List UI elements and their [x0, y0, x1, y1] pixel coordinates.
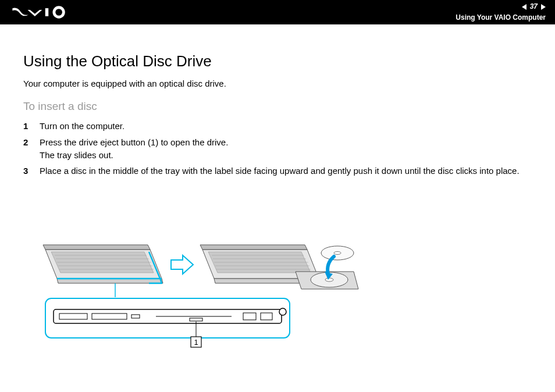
prev-page-arrow-icon[interactable] — [522, 4, 526, 10]
step-text: Place a disc in the middle of the tray w… — [40, 166, 520, 176]
header-right: 37 Using Your VAIO Computer — [456, 2, 546, 23]
svg-marker-20 — [200, 245, 307, 250]
section-label: Using Your VAIO Computer — [456, 13, 546, 23]
step-text-2: The tray slides out. — [40, 150, 113, 160]
arrow-right-icon — [171, 255, 193, 274]
page-number: 37 — [530, 2, 538, 12]
callout-label: 1 — [194, 338, 198, 347]
step-item: Turn on the computer. — [23, 120, 532, 133]
page-nav: 37 — [456, 2, 546, 12]
intro-text: Your computer is equipped with an optica… — [23, 79, 532, 88]
steps-list: Turn on the computer. Press the drive ej… — [23, 120, 532, 177]
step-item: Press the drive eject button (1) to open… — [23, 136, 532, 162]
page-title: Using the Optical Disc Drive — [23, 52, 532, 70]
page-content: Using the Optical Disc Drive Your comput… — [0, 24, 555, 348]
step-text: Turn on the computer. — [40, 121, 124, 131]
optical-drive-figure: 1 — [40, 191, 365, 348]
subhead: To insert a disc — [23, 100, 532, 113]
step-item: Place a disc in the middle of the tray w… — [23, 165, 532, 177]
svg-rect-0 — [45, 8, 49, 16]
page-header: 37 Using Your VAIO Computer — [0, 0, 555, 24]
svg-marker-12 — [171, 255, 193, 274]
svg-point-30 — [279, 308, 286, 315]
svg-marker-9 — [43, 245, 150, 250]
svg-point-24 — [325, 278, 333, 281]
step-text: Press the drive eject button (1) to open… — [40, 137, 228, 147]
vaio-logo — [12, 6, 76, 19]
svg-point-1 — [54, 8, 64, 17]
next-page-arrow-icon[interactable] — [541, 4, 546, 10]
callout-1: 1 — [191, 337, 201, 347]
svg-point-26 — [334, 252, 341, 255]
